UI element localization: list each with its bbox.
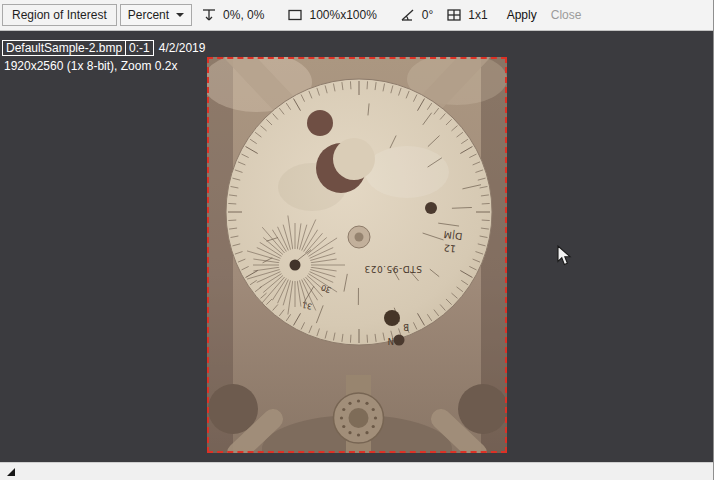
chevron-down-icon: [176, 13, 184, 17]
expander-triangle-icon[interactable]: [5, 466, 17, 478]
image-details: 1920x2560 (1x 8-bit), Zoom 0.2x: [2, 59, 205, 73]
image-viewer-window: { "toolbar": { "roi_label": "Region of I…: [0, 0, 714, 480]
roi-position-field[interactable]: 0%, 0%: [200, 6, 264, 24]
label-b: B: [403, 322, 409, 332]
roi-position-value: 0%, 0%: [223, 8, 264, 22]
roi-toolbar: Region of Interest Percent 0%, 0% 100%x1…: [0, 0, 713, 31]
image-info-overlay: DefaultSample-2.bmp 0:-1 4/2/2019 1920x2…: [2, 40, 205, 73]
units-dropdown-value: Percent: [128, 8, 169, 22]
roi-grid-field[interactable]: 1x1: [445, 6, 487, 24]
mouse-cursor: [557, 245, 572, 267]
label-31: 31: [301, 300, 313, 311]
image-canvas[interactable]: DefaultSample-2.bmp 0:-1 4/2/2019 1920x2…: [0, 31, 713, 462]
roi-grid-value: 1x1: [468, 8, 487, 22]
roi-size-field[interactable]: 100%x100%: [286, 6, 376, 24]
moon-dot: [307, 110, 333, 136]
angle-icon: [399, 6, 417, 24]
apply-button[interactable]: Apply: [502, 5, 542, 25]
roi-angle-field[interactable]: 0°: [399, 6, 433, 24]
units-dropdown[interactable]: Percent: [120, 4, 192, 26]
filename-text: DefaultSample-2.bmp: [3, 41, 125, 55]
close-button[interactable]: Close: [546, 5, 587, 25]
specimen-photo[interactable]: STD-95.023 D|M 12 JAN B 31 30: [207, 57, 507, 453]
grid-icon: [445, 6, 463, 24]
frame-range-text: 0:-1: [125, 41, 153, 55]
roi-angle-value: 0°: [422, 8, 433, 22]
label-12: 12: [443, 242, 456, 254]
region-of-interest-button[interactable]: Region of Interest: [2, 4, 117, 26]
file-date: 4/2/2019: [159, 41, 206, 55]
origin-position-icon: [200, 6, 218, 24]
filename-field[interactable]: DefaultSample-2.bmp 0:-1: [2, 40, 154, 56]
selection-rectangle-icon: [286, 6, 304, 24]
watch-dial-image: STD-95.023 D|M 12 JAN B 31 30: [207, 57, 507, 453]
label-dm: D|M: [443, 229, 463, 242]
status-bar: [0, 462, 713, 480]
roi-size-value: 100%x100%: [309, 8, 376, 22]
label-jan: JAN: [388, 336, 404, 346]
label-std: STD-95.023: [364, 264, 422, 274]
